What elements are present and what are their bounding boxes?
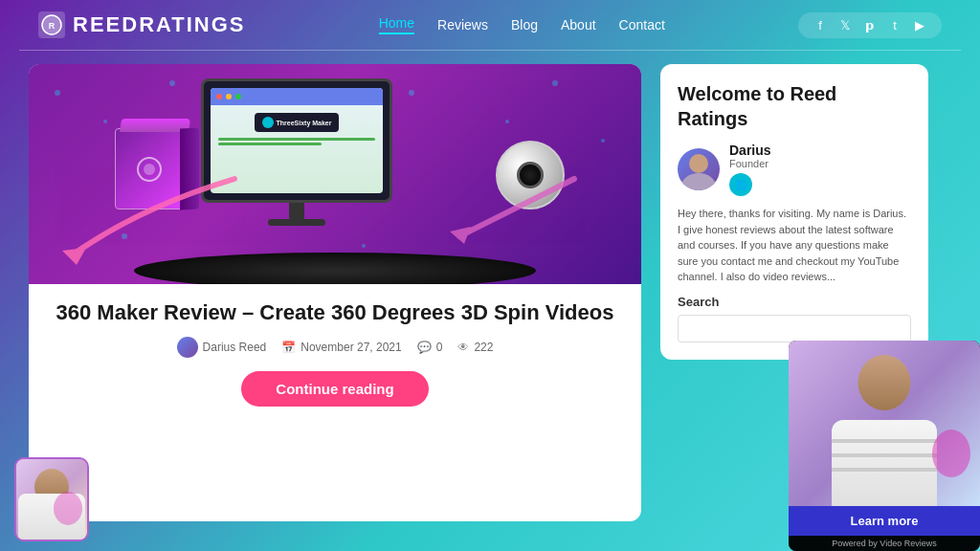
- svg-point-3: [103, 120, 107, 123]
- main-nav: Home Reviews Blog About Contact: [379, 15, 665, 34]
- welcome-card: Welcome to Reed Ratings Darius Founder 🌐…: [660, 64, 928, 360]
- svg-point-10: [122, 233, 127, 239]
- youtube-icon[interactable]: ▶: [911, 18, 928, 33]
- author-name: Darius Reed: [203, 341, 267, 354]
- svg-point-13: [144, 164, 155, 175]
- bio-text: Hey there, thanks for visiting. My name …: [678, 206, 911, 285]
- welcome-title: Welcome to Reed Ratings: [678, 81, 911, 131]
- powered-by-label: Powered by Video Reviews: [789, 536, 980, 551]
- svg-point-4: [169, 80, 175, 86]
- camera-sphere: [496, 141, 565, 209]
- video-widget: Learn more Powered by Video Reviews: [789, 341, 980, 551]
- search-input[interactable]: [678, 315, 911, 342]
- comment-icon: 💬: [417, 341, 432, 354]
- post-card: ThreeSixty Maker: [29, 64, 641, 521]
- date-value: November 27, 2021: [301, 341, 401, 354]
- post-comments: 💬 0: [417, 341, 443, 354]
- nav-home[interactable]: Home: [379, 15, 414, 34]
- nav-reviews[interactable]: Reviews: [437, 17, 488, 33]
- platform: [134, 253, 536, 284]
- post-title: 360 Maker Review – Create 360 Degrees 3D…: [48, 299, 622, 327]
- monitor: ThreeSixty Maker: [201, 78, 431, 246]
- video-content: [789, 341, 980, 506]
- author-avatar: [678, 148, 720, 190]
- post-featured-image: ThreeSixty Maker: [29, 64, 641, 284]
- svg-point-9: [601, 139, 605, 143]
- social-icons-bar: f 𝕏 𝗽 t ▶: [798, 12, 942, 38]
- nav-about[interactable]: About: [561, 17, 596, 33]
- product-box: [115, 117, 211, 222]
- logo: R ReedRatings: [38, 11, 246, 38]
- facebook-icon[interactable]: f: [812, 18, 829, 33]
- tumblr-icon[interactable]: t: [886, 18, 903, 33]
- post-author: Darius Reed: [177, 337, 267, 358]
- svg-text:R: R: [49, 21, 56, 31]
- views-count: 222: [474, 341, 493, 354]
- views-icon: 👁: [457, 341, 469, 354]
- author-info: Darius Founder 🌐: [729, 143, 911, 196]
- logo-icon: R: [38, 11, 65, 38]
- post-date: 📅 November 27, 2021: [281, 341, 401, 354]
- post-views: 👁 222: [457, 341, 493, 354]
- logo-text: ReedRatings: [73, 12, 246, 37]
- post-meta: Darius Reed 📅 November 27, 2021 💬 0 👁 22…: [48, 337, 622, 358]
- learn-more-button[interactable]: Learn more: [789, 506, 980, 536]
- author-link-button[interactable]: 🌐: [729, 173, 752, 196]
- header: R ReedRatings Home Reviews Blog About Co…: [0, 0, 980, 50]
- bottom-left-avatar: [14, 457, 89, 541]
- svg-point-16: [689, 154, 708, 173]
- svg-point-7: [505, 120, 509, 123]
- svg-point-17: [681, 173, 716, 190]
- twitter-icon[interactable]: 𝕏: [836, 18, 854, 33]
- author-role: Founder: [729, 158, 911, 169]
- nav-contact[interactable]: Contact: [619, 17, 665, 33]
- author-avatar-small: [177, 337, 198, 358]
- search-label: Search: [678, 295, 911, 309]
- calendar-icon: 📅: [281, 341, 296, 354]
- pinterest-icon[interactable]: 𝗽: [861, 18, 879, 33]
- svg-point-2: [55, 90, 60, 96]
- svg-point-8: [552, 80, 558, 86]
- continue-reading-button[interactable]: Continue reading: [241, 371, 428, 407]
- author-display-name: Darius: [729, 143, 911, 158]
- nav-blog[interactable]: Blog: [511, 17, 538, 33]
- comments-count: 0: [436, 341, 443, 354]
- post-content: 360 Maker Review – Create 360 Degrees 3D…: [29, 284, 641, 420]
- author-row: Darius Founder 🌐: [678, 143, 911, 196]
